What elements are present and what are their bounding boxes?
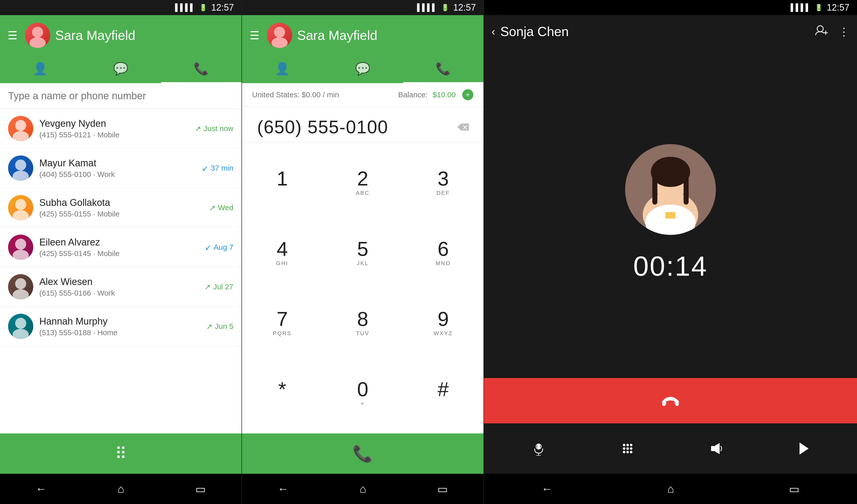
tab-messages-1[interactable]: 💬 (80, 55, 161, 83)
key-6[interactable]: 6 MNO (403, 218, 484, 288)
add-contact-button[interactable] (815, 25, 828, 38)
contacts-icon-2: 👤 (275, 62, 290, 76)
list-item[interactable]: Alex Wiesen (615) 555-0166 · Work ↗ Jul … (0, 267, 241, 307)
contact-info: Subha Gollakota (425) 555-0155 · Mobile (39, 197, 203, 218)
list-item[interactable]: Subha Gollakota (425) 555-0155 · Mobile … (0, 188, 241, 228)
messages-icon-2: 💬 (355, 62, 370, 76)
tab-calls-2[interactable]: 📞 (403, 55, 484, 83)
add-balance-button[interactable]: + (462, 89, 473, 100)
tab-messages-2[interactable]: 💬 (322, 55, 403, 83)
nav-bar-2: ← ⌂ ▭ (242, 474, 484, 504)
home-button-3[interactable]: ⌂ (657, 478, 684, 499)
end-call-button[interactable] (484, 378, 857, 423)
call-direction-icon: ↗ (206, 322, 213, 331)
menu-icon-1[interactable]: ☰ (5, 27, 20, 44)
call-button[interactable]: 📞 (242, 434, 484, 474)
battery-icon-2: 🔋 (441, 4, 449, 12)
svg-point-11 (13, 289, 29, 299)
key-1[interactable]: 1 (242, 148, 322, 218)
svg-rect-44 (711, 446, 715, 451)
signal-icon-1: ▌▌▌▌ (175, 3, 195, 12)
svg-marker-45 (800, 442, 809, 455)
svg-point-13 (13, 329, 29, 339)
key-hash[interactable]: # (403, 358, 484, 429)
keypad: 1 2 ABC 3 DEF 4 GHI 5 JKL 6 MNO 7 PQRS 8 (242, 142, 484, 434)
list-item[interactable]: Eileen Alvarez (425) 555-0145 · Mobile ↙… (0, 228, 241, 267)
time-label: Jun 5 (215, 322, 233, 331)
recent-button-3[interactable]: ▭ (779, 478, 810, 500)
speaker-button[interactable] (705, 436, 729, 461)
contact-info: Eileen Alvarez (425) 555-0145 · Mobile (39, 237, 199, 258)
key-9[interactable]: 9 WXYZ (403, 288, 484, 358)
time-label: Just now (204, 124, 233, 133)
contact-info: Hannah Murphy (513) 555-0188 · Home (39, 316, 200, 337)
rate-bar: United States: $0.00 / min Balance: $10.… (242, 83, 484, 106)
list-item[interactable]: Mayur Kamat (404) 555-0100 · Work ↙ 37 m… (0, 148, 241, 188)
key-8[interactable]: 8 TUV (322, 288, 403, 358)
key-2[interactable]: 2 ABC (322, 148, 403, 218)
key-5[interactable]: 5 JKL (322, 218, 403, 288)
tab-contacts-2[interactable]: 👤 (242, 55, 322, 83)
back-button-4[interactable]: ← (531, 478, 562, 499)
back-button-3[interactable]: ‹ (491, 25, 495, 38)
svg-point-37 (630, 444, 633, 446)
tab-bar-2: 👤 💬 📞 (242, 55, 484, 83)
back-button-2[interactable]: ← (267, 478, 299, 499)
svg-rect-32 (537, 444, 540, 449)
svg-point-7 (13, 210, 29, 220)
more-options-button[interactable]: ⋮ (838, 25, 850, 38)
contact-name: Mayur Kamat (39, 158, 196, 169)
contact-time: ↗ Jul 27 (204, 283, 233, 291)
letters-8: TUV (356, 330, 369, 337)
tab-contacts-1[interactable]: 👤 (0, 55, 80, 83)
tab-calls-1[interactable]: 📞 (161, 55, 241, 83)
menu-icon-2[interactable]: ☰ (247, 27, 262, 44)
play-button[interactable] (793, 436, 814, 461)
header-avatar-1 (25, 23, 50, 48)
backspace-button[interactable] (452, 118, 473, 136)
key-star[interactable]: * (242, 358, 322, 429)
call-icon: 📞 (353, 444, 373, 463)
open-dialpad-button[interactable]: ⠿ (0, 434, 241, 474)
call-direction-icon: ↙ (205, 243, 211, 252)
key-0[interactable]: 0 + (322, 358, 403, 429)
recent-button-2[interactable]: ▭ (427, 478, 458, 500)
key-7[interactable]: 7 PQRS (242, 288, 322, 358)
svg-rect-26 (684, 172, 689, 205)
svg-point-2 (15, 120, 26, 131)
call-direction-icon: ↗ (195, 124, 201, 133)
home-button-1[interactable]: ⌂ (107, 478, 135, 499)
svg-rect-28 (666, 212, 675, 218)
status-time-1: 12:57 (211, 2, 234, 13)
back-button-1[interactable]: ← (26, 478, 57, 499)
svg-point-42 (626, 451, 629, 453)
svg-point-9 (13, 250, 29, 260)
letters-3: DEF (437, 190, 450, 197)
status-bar-2: ▌▌▌▌ 🔋 12:57 (242, 0, 484, 15)
nav-bar-1: ← ⌂ ▭ (0, 474, 241, 504)
nav-bar-3: ← ⌂ ▭ (484, 474, 857, 504)
dialpad-button[interactable] (616, 436, 640, 461)
svg-point-3 (13, 131, 29, 141)
battery-icon-1: 🔋 (199, 4, 207, 12)
call-direction-icon: ↗ (204, 283, 211, 291)
key-4[interactable]: 4 GHI (242, 218, 322, 288)
home-button-2[interactable]: ⌂ (350, 478, 376, 499)
mute-button[interactable] (526, 436, 551, 461)
digit-2: 2 (357, 169, 369, 189)
digit-0: 0 (357, 379, 369, 399)
list-item[interactable]: Yevgeny Nyden (415) 555-0121 · Mobile ↗ … (0, 109, 241, 148)
contact-name: Subha Gollakota (39, 197, 203, 208)
key-3[interactable]: 3 DEF (403, 148, 484, 218)
search-input[interactable] (8, 90, 233, 102)
list-item[interactable]: Hannah Murphy (513) 555-0188 · Home ↗ Ju… (0, 307, 241, 346)
messages-icon-1: 💬 (113, 62, 128, 76)
svg-point-38 (623, 447, 625, 450)
status-bar-content-3: ▌▌▌▌ 🔋 12:57 (791, 2, 850, 13)
svg-point-6 (15, 199, 26, 210)
status-time-2: 12:57 (453, 2, 476, 13)
contact-time: ↙ Aug 7 (205, 243, 233, 252)
digit-4: 4 (276, 239, 288, 259)
recent-button-1[interactable]: ▭ (185, 478, 216, 500)
svg-point-14 (274, 27, 285, 38)
